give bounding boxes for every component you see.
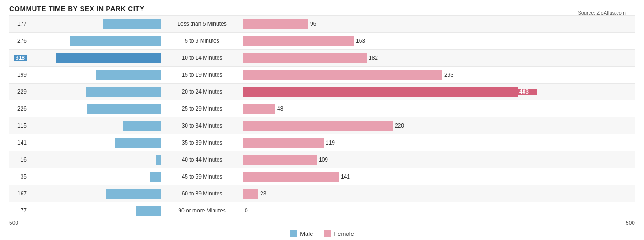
row-label: 45 to 59 Minutes (161, 173, 243, 180)
bar-left (56, 53, 161, 63)
row-label: 60 to 89 Minutes (161, 190, 243, 197)
bar-right-container: 293 (243, 70, 635, 80)
chart-row: 16 40 to 44 Minutes 109 (9, 151, 635, 168)
bottom-axis: 500 500 (9, 220, 635, 226)
value-right: 182 (367, 55, 386, 61)
legend-male-label: Male (300, 230, 313, 237)
bar-right-container: 163 (243, 36, 635, 46)
chart-row: 229 20 to 24 Minutes 403 (9, 83, 635, 100)
value-left: 199 (9, 72, 28, 78)
value-left: 276 (9, 38, 28, 44)
chart-title: COMMUTE TIME BY SEX IN PARK CITY (9, 5, 635, 12)
bar-left-container (28, 206, 161, 216)
bar-right-container: 119 (243, 138, 635, 148)
bar-left-container (28, 19, 161, 29)
male-color-box (290, 230, 297, 237)
bar-left-container (28, 36, 161, 46)
row-label: 35 to 39 Minutes (161, 140, 243, 146)
axis-min: 500 (9, 220, 18, 226)
bar-left-container (28, 104, 161, 114)
value-right: 293 (442, 72, 462, 78)
value-left: 177 (9, 21, 28, 27)
chart-row: 318 10 to 14 Minutes 182 (9, 49, 635, 66)
bar-left (70, 36, 161, 46)
bar-right (243, 70, 442, 80)
bar-right-container: 48 (243, 104, 635, 114)
bar-right-container: 403 (243, 87, 635, 97)
bar-right-container: 96 (243, 19, 635, 29)
row-label: 10 to 14 Minutes (161, 55, 243, 61)
bar-left (136, 206, 161, 216)
bar-right (243, 189, 258, 199)
chart-row: 35 45 to 59 Minutes 141 (9, 168, 635, 185)
value-right: 220 (393, 123, 412, 129)
chart-row: 226 25 to 29 Minutes 48 (9, 100, 635, 117)
bar-left-container (28, 70, 161, 80)
chart-row: 115 30 to 34 Minutes 220 (9, 117, 635, 134)
bar-right (243, 121, 393, 131)
value-right: 163 (354, 38, 373, 44)
chart-row: 177 Less than 5 Minutes 96 (9, 15, 635, 32)
bar-left (87, 104, 161, 114)
bar-right-container: 23 (243, 189, 635, 199)
bar-left-container (28, 172, 161, 182)
row-label: 15 to 19 Minutes (161, 72, 243, 78)
chart-row: 199 15 to 19 Minutes 293 (9, 66, 635, 83)
value-left: 35 (9, 173, 28, 180)
value-left: 16 (9, 156, 28, 163)
bar-left-container (28, 53, 161, 63)
row-label: 25 to 29 Minutes (161, 106, 243, 112)
bar-right (243, 53, 367, 63)
row-label: Less than 5 Minutes (161, 21, 243, 27)
value-right: 119 (324, 140, 343, 146)
bar-left (150, 172, 161, 182)
bar-left-container (28, 189, 161, 199)
value-right: 109 (317, 156, 336, 163)
legend: Male Female (9, 230, 635, 237)
bar-left-container (28, 121, 161, 131)
bar-right (243, 36, 354, 46)
rows-container: 177 Less than 5 Minutes 96 276 5 to 9 Mi… (9, 15, 635, 219)
bar-right (243, 138, 324, 148)
legend-female-label: Female (334, 230, 354, 237)
bar-left (123, 121, 161, 131)
value-left: 167 (9, 190, 28, 197)
bar-left (86, 87, 161, 97)
bar-left-container (28, 138, 161, 148)
bar-left (96, 70, 161, 80)
bar-right-container: 220 (243, 121, 635, 131)
bar-left (156, 155, 161, 165)
chart-row: 141 35 to 39 Minutes 119 (9, 134, 635, 151)
value-right: 141 (339, 173, 358, 180)
value-right: 23 (258, 190, 278, 197)
chart-row: 77 90 or more Minutes 0 (9, 202, 635, 219)
bar-right (243, 172, 339, 182)
value-right: 96 (308, 21, 327, 27)
axis-max: 500 (626, 220, 635, 226)
bar-right-container: 0 (243, 206, 635, 216)
bar-right (243, 19, 308, 29)
bar-right-container: 109 (243, 155, 635, 165)
value-left: 229 (9, 89, 28, 95)
legend-female: Female (324, 230, 354, 237)
legend-male: Male (290, 230, 313, 237)
row-label: 90 or more Minutes (161, 207, 243, 214)
value-left: 318 (9, 55, 28, 61)
chart-row: 276 5 to 9 Minutes 163 (9, 32, 635, 49)
bar-right-container: 141 (243, 172, 635, 182)
value-right: 48 (275, 106, 295, 112)
value-left: 115 (9, 123, 28, 129)
row-label: 5 to 9 Minutes (161, 38, 243, 44)
value-right: 0 (243, 207, 262, 214)
bar-right (243, 87, 518, 97)
row-label: 40 to 44 Minutes (161, 156, 243, 163)
bar-right-container: 182 (243, 53, 635, 63)
chart-container: 177 Less than 5 Minutes 96 276 5 to 9 Mi… (9, 15, 635, 237)
bar-right (243, 155, 317, 165)
female-color-box (324, 230, 331, 237)
value-left: 226 (9, 106, 28, 112)
bar-left (115, 138, 161, 148)
row-label: 20 to 24 Minutes (161, 89, 243, 95)
bar-left (103, 19, 161, 29)
value-left: 77 (9, 207, 28, 214)
